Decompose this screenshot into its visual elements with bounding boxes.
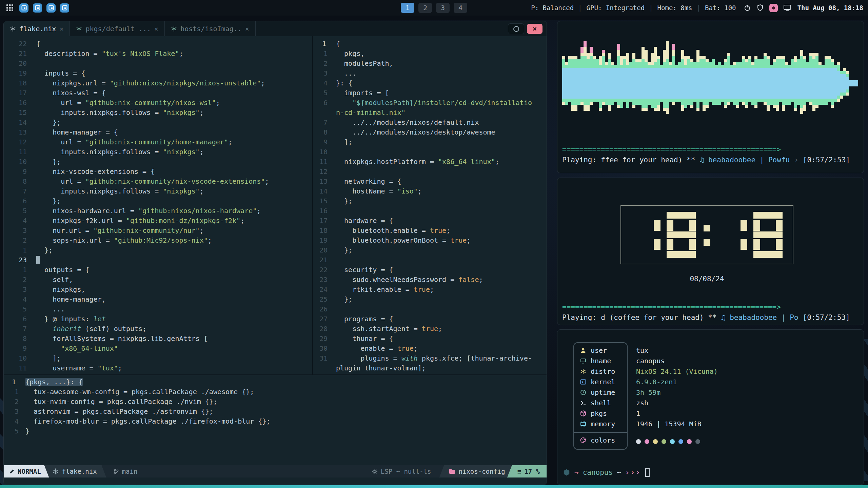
waveform-pixel-column [626, 53, 629, 65]
track-title: ffee for your head) ** [601, 156, 695, 164]
code-text: url = "github:nix-community/nix-vscode-e… [36, 177, 269, 186]
visualizer-terminal[interactable]: ========================================… [557, 21, 864, 173]
waveform-pixel-column [632, 105, 635, 108]
editor-tab-pkgs-default-[interactable]: pkgs/default ...× [70, 21, 165, 36]
waveform-pixel-column [803, 99, 806, 105]
waveform-pixel-column [654, 47, 657, 62]
artist-name: beabadoobee | Po [730, 313, 798, 322]
workspace-app-icon-4[interactable] [60, 3, 69, 13]
workspace-app-icon-1[interactable] [19, 3, 28, 13]
waveform-pixel-column [828, 56, 831, 59]
tag-4[interactable]: 4 [454, 3, 467, 13]
waveform-pixel-column [623, 59, 626, 68]
clock-terminal[interactable]: 08/08/24 ===============================… [557, 178, 864, 325]
code-text: inherit (self) outputs; [36, 324, 146, 334]
waveform-pixel-column [669, 65, 672, 68]
shell-prompt[interactable]: → canopus ~ ››› [563, 468, 650, 477]
waveform-pixel-column [669, 68, 672, 99]
code-line: 2 self, [4, 275, 312, 285]
editor-pane-iso[interactable]: 1{1 pkgs,2 modulesPath,3 ...4}: {5 impor… [313, 36, 547, 374]
tag-2[interactable]: 2 [418, 3, 432, 13]
fetch-label: uptime [591, 388, 615, 396]
titlebar-toggle-button[interactable] [508, 23, 524, 34]
code-text: tux-awesome-wm-config = pkgs.callPackage… [25, 387, 254, 397]
waveform-pixel-column [562, 68, 565, 99]
tab-close-icon[interactable]: × [245, 25, 249, 33]
line-number: 31 [313, 353, 336, 363]
tab-close-icon[interactable]: × [59, 25, 63, 33]
code-line: 8 forAllSystems = nixpkgs.lib.genAttrs [ [4, 334, 312, 344]
workspace-app-icon-2[interactable] [33, 3, 42, 13]
waveform-pixel-column [638, 99, 642, 105]
line-number: 12 [313, 167, 336, 177]
project-label: nixos-config [459, 468, 505, 475]
editor-window[interactable]: flake.nix×pkgs/default ...×hosts/isoImag… [3, 21, 547, 485]
line-number: 3 [4, 407, 25, 416]
waveform-pixel-column [773, 105, 776, 108]
workspace-app-icon-3[interactable] [46, 3, 56, 13]
fetch-label: memory [591, 420, 615, 428]
waveform-pixel-column [590, 53, 593, 56]
fetch-row-memory: memory [580, 420, 615, 428]
line-number: 19 [313, 236, 336, 245]
waveform-pixel-column [660, 99, 663, 102]
waveform-pixel-column [666, 59, 669, 68]
code-text: nixpkgs.hostPlatform = "x86_64-linux"; [336, 157, 499, 167]
tty-clock [620, 205, 793, 264]
waveform-pixel-column [599, 56, 602, 65]
line-number: 3 [313, 68, 336, 78]
waveform-pixel-column [696, 68, 699, 99]
fetch-label: kernel [591, 378, 615, 386]
shield-icon[interactable] [756, 4, 764, 12]
editor-tab-hosts-isoimag-[interactable]: hosts/isoImag..× [165, 21, 256, 36]
editor-pane-flake[interactable]: 22{21 description = "tux's NixOS Flake";… [4, 36, 312, 374]
waveform-pixel-column [602, 68, 605, 99]
palette-dot-3 [653, 439, 658, 444]
clock-colon [702, 212, 712, 258]
waveform-pixel-column [614, 99, 617, 102]
waveform-pixel-column [681, 99, 684, 105]
waveform-pixel-column [742, 102, 745, 105]
waveform-pixel-column [590, 47, 593, 53]
project-indicator[interactable]: nixos-config [439, 465, 511, 477]
tab-label: flake.nix [19, 25, 56, 33]
power-icon[interactable] [744, 4, 751, 12]
waveform-pixel-column [840, 93, 843, 96]
line-number: 17 [4, 88, 36, 98]
tag-3[interactable]: 3 [436, 3, 450, 13]
editor-pane-pkgs[interactable]: 1{pkgs, ...}: {1 tux-awesome-wm-config =… [4, 375, 547, 465]
waveform-pixel-column [599, 108, 602, 111]
waveform-pixel-column [791, 68, 794, 99]
waveform-pixel-column [703, 68, 706, 99]
terminal-cursor[interactable] [645, 468, 650, 477]
command-line-area[interactable] [4, 477, 547, 485]
line-number: 2 [313, 59, 336, 68]
recorder-icon[interactable] [769, 4, 778, 12]
waveform-pixel-column [648, 68, 651, 99]
waveform-pixel-column [617, 50, 620, 56]
fetch-value-shell: zsh [636, 399, 648, 407]
line-number: 1 [4, 265, 36, 275]
waveform-pixel-column [736, 68, 739, 99]
waveform-pixel-column [709, 62, 712, 68]
display-icon[interactable] [783, 4, 791, 12]
clock[interactable]: Thu Aug 08, 18:18 [797, 4, 863, 12]
waveform-pixel-column [626, 68, 629, 99]
line-number: 10 [4, 157, 36, 167]
status-module-home: Home: 8ms [657, 4, 692, 12]
code-line: 9 "x86_64-linux" [4, 344, 312, 353]
waveform-pixel-column [797, 99, 800, 105]
titlebar-close-button[interactable]: × [527, 24, 542, 34]
editor-tab-flake-nix[interactable]: flake.nix× [4, 21, 70, 36]
fetch-terminal[interactable]: usertuxhnamecanopusdistroNixOS 24.11 (Vi… [557, 329, 864, 485]
line-number: 27 [313, 314, 336, 324]
tag-1[interactable]: 1 [401, 3, 414, 13]
waveform-pixel-column [754, 105, 757, 108]
waveform-pixel-column [684, 56, 687, 65]
app-launcher-icon[interactable] [5, 3, 15, 13]
waveform-pixel-column [754, 99, 757, 105]
code-line: 4 home-manager, [4, 294, 312, 304]
tab-close-icon[interactable]: × [154, 25, 158, 33]
waveform-pixel-column [571, 68, 574, 99]
git-branch[interactable]: main [113, 468, 138, 475]
